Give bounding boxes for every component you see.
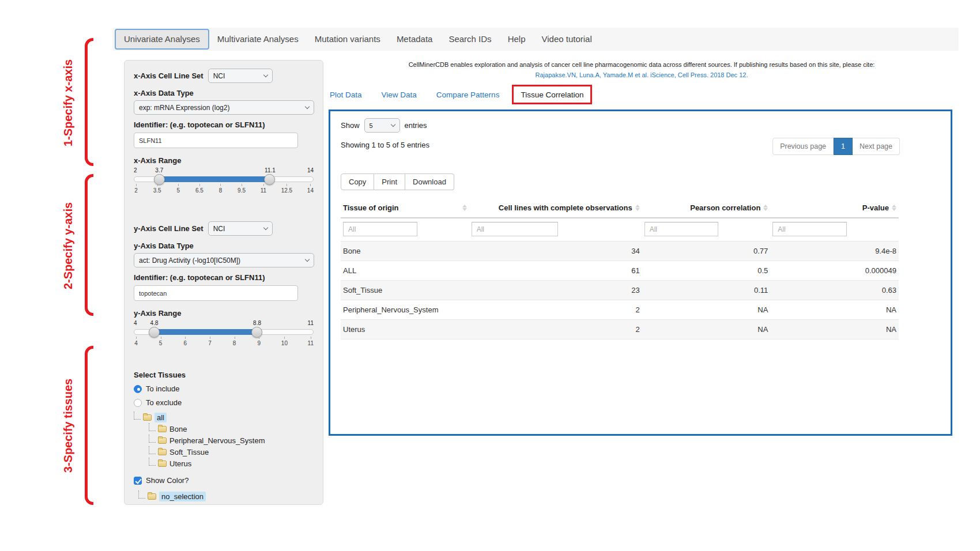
chevron-down-icon: [263, 225, 267, 230]
tree-node-all[interactable]: all: [154, 413, 167, 422]
tree-node-no-selection[interactable]: no_selection: [159, 492, 206, 501]
show-label: Show: [341, 121, 360, 130]
top-navbar: Univariate Analyses Multivariate Analyse…: [112, 28, 959, 51]
show-color-checkbox[interactable]: [134, 477, 142, 485]
download-button[interactable]: Download: [405, 173, 454, 190]
to-include-radio[interactable]: [134, 385, 142, 393]
cell-count: 23: [469, 281, 642, 300]
nav-tab-metadata[interactable]: Metadata: [389, 29, 441, 50]
x-tick: 9.5: [238, 184, 246, 194]
filter-input-pearson[interactable]: [644, 222, 719, 236]
tree-connector-icon: [149, 423, 156, 431]
x-tick: 14: [307, 184, 314, 194]
nav-tab-mutation-variants[interactable]: Mutation variants: [307, 29, 389, 50]
cell-tissue: Bone: [341, 241, 469, 261]
tab-compare-patterns[interactable]: Compare Patterns: [436, 90, 500, 99]
y-tick: 6: [183, 337, 187, 346]
print-button[interactable]: Print: [374, 173, 405, 190]
table-row[interactable]: Peripheral_Nervous_System 2 NA NA: [341, 300, 899, 320]
folder-icon: [148, 493, 156, 500]
x-range-track[interactable]: [134, 176, 314, 182]
tree-node-uterus[interactable]: Uterus: [169, 459, 191, 468]
chevron-down-icon: [263, 73, 267, 77]
column-header-p-value[interactable]: P-value: [862, 203, 889, 212]
tab-view-data[interactable]: View Data: [382, 90, 417, 99]
next-page-button[interactable]: Next page: [853, 138, 900, 155]
table-row[interactable]: Soft_Tissue 23 0.11 0.63: [341, 281, 899, 300]
previous-page-button[interactable]: Previous page: [772, 138, 834, 155]
y-tick: 11: [308, 337, 314, 346]
y-range-track[interactable]: [134, 329, 314, 335]
tree-connector-icon: [149, 458, 156, 466]
filter-input-p-value[interactable]: [772, 222, 847, 236]
citation-link[interactable]: Rajapakse.VN, Luna.A, Yamade.M et al. iS…: [329, 71, 955, 78]
column-header-tissue-of-origin[interactable]: Tissue of origin: [343, 203, 399, 212]
nav-tab-help[interactable]: Help: [500, 29, 534, 50]
nav-tab-univariate-analyses[interactable]: Univariate Analyses: [115, 29, 209, 50]
sort-icon[interactable]: [462, 205, 467, 211]
y-axis-cell-line-set-select[interactable]: NCI: [208, 221, 273, 236]
page-number-button[interactable]: 1: [834, 138, 853, 155]
x-axis-range-label: x-Axis Range: [134, 156, 314, 165]
y-axis-data-type-label: y-Axis Data Type: [134, 241, 314, 250]
tree-node-soft-tissue[interactable]: Soft_Tissue: [169, 448, 209, 456]
copy-button[interactable]: Copy: [341, 173, 374, 190]
sort-icon[interactable]: [892, 205, 896, 211]
filter-input-tissue[interactable]: [343, 222, 417, 236]
cell-p-value: 0.000049: [770, 261, 899, 281]
chevron-down-icon: [305, 104, 310, 109]
y-axis-identifier-label: Identifier: (e.g. topotecan or SLFN11): [134, 273, 314, 282]
y-range-low-label: 4.8: [150, 320, 159, 326]
column-header-cell-lines[interactable]: Cell lines with complete observations: [499, 203, 632, 212]
y-tick: 9: [257, 337, 261, 346]
y-axis-identifier-input[interactable]: [134, 285, 298, 301]
x-axis-identifier-label: Identifier: (e.g. topotecan or SLFN11): [134, 120, 314, 129]
tree-node-bone[interactable]: Bone: [169, 425, 187, 433]
tree-node-peripheral-nervous-system[interactable]: Peripheral_Nervous_System: [169, 436, 265, 445]
x-range-ticks: 2 3.5 5 6.5 8 9.5 11 12.5 14: [134, 184, 314, 194]
tree-connector-icon: [149, 435, 156, 443]
nav-tab-multivariate-analyses[interactable]: Multivariate Analyses: [209, 29, 307, 50]
x-range-max-label: 14: [307, 167, 314, 173]
table-row[interactable]: Bone 34 0.77 9.4e-8: [341, 241, 899, 261]
x-axis-identifier-input[interactable]: [134, 133, 298, 148]
y-range-selected-bar: [154, 329, 257, 335]
to-exclude-radio[interactable]: [134, 399, 142, 407]
cell-p-value: 9.4e-8: [770, 241, 899, 261]
cell-pearson: NA: [642, 300, 771, 320]
chevron-down-icon: [305, 257, 310, 262]
y-axis-data-type-select[interactable]: act: Drug Activity (-log10[IC50M]): [134, 253, 314, 267]
y-tick: 4: [134, 337, 138, 346]
tissue-correlation-panel: Show 5 entries Showing 1 to 5 of 5 entri…: [329, 110, 952, 436]
y-axis-cell-line-set-label: y-Axis Cell Line Set: [134, 224, 203, 233]
x-range-low-label: 3.7: [155, 167, 163, 173]
entries-per-page-select[interactable]: 5: [364, 118, 400, 133]
column-header-pearson-correlation[interactable]: Pearson correlation: [690, 203, 760, 212]
x-axis-cell-line-set-select[interactable]: NCI: [208, 69, 273, 83]
sort-icon[interactable]: [635, 205, 640, 211]
y-tick: 10: [281, 337, 288, 346]
x-axis-range-slider: 2 3.7 11.1 14 2 3.5 5 6.5 8 9.5 11 12.5 …: [134, 167, 314, 201]
annotation-red-box: Tissue Correlation: [512, 85, 592, 104]
table-row[interactable]: ALL 61 0.5 0.000049: [341, 261, 899, 281]
table-row[interactable]: Uterus 2 NA NA: [341, 320, 899, 339]
cell-tissue: Uterus: [341, 320, 469, 339]
cell-count: 2: [469, 320, 642, 339]
annotation-step3-label: 3-Specify tissues: [62, 368, 75, 484]
tab-plot-data[interactable]: Plot Data: [330, 90, 362, 99]
tab-tissue-correlation[interactable]: Tissue Correlation: [521, 90, 583, 99]
cell-pearson: NA: [642, 320, 771, 339]
nav-tab-search-ids[interactable]: Search IDs: [440, 29, 499, 50]
cell-pearson: 0.11: [642, 281, 771, 300]
x-axis-data-type-select[interactable]: exp: mRNA Expression (log2): [134, 100, 314, 115]
sort-icon[interactable]: [763, 205, 768, 211]
annotation-step2-bracket: [85, 174, 93, 316]
folder-icon: [158, 461, 167, 467]
y-range-min-label: 4: [134, 320, 137, 326]
nav-tab-video-tutorial[interactable]: Video tutorial: [533, 29, 600, 50]
folder-icon: [158, 426, 167, 432]
pagination: Previous page 1 Next page: [772, 138, 900, 155]
filter-input-cell-lines[interactable]: [472, 222, 558, 236]
to-exclude-label: To exclude: [146, 398, 182, 407]
cell-p-value: 0.63: [770, 281, 899, 300]
